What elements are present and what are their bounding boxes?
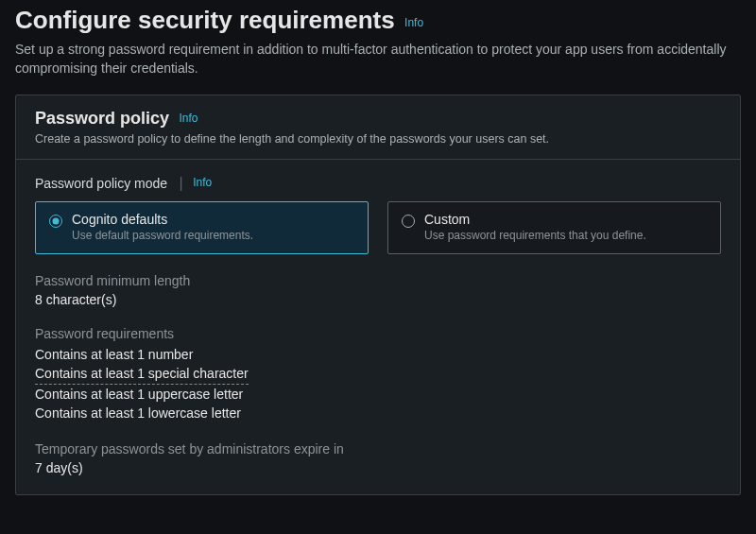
radio-cognito-defaults[interactable]: Cognito defaults Use default password re…: [35, 201, 369, 254]
requirements-label: Password requirements: [35, 326, 721, 341]
min-length-label: Password minimum length: [35, 273, 721, 288]
radio-title: Cognito defaults: [72, 212, 253, 227]
radio-desc: Use default password requirements.: [72, 229, 253, 242]
page-info-link[interactable]: Info: [404, 16, 423, 29]
radio-title: Custom: [424, 212, 646, 227]
page-title: Configure security requirements: [15, 6, 395, 34]
requirement-item: Contains at least 1 lowercase letter: [35, 404, 721, 422]
temp-password-value: 7 day(s): [35, 460, 721, 475]
password-policy-panel: Password policy Info Create a password p…: [15, 95, 741, 495]
radio-custom[interactable]: Custom Use password requirements that yo…: [387, 201, 721, 254]
temp-password-label: Temporary passwords set by administrator…: [35, 441, 721, 456]
requirement-item: Contains at least 1 uppercase letter: [35, 385, 721, 404]
radio-desc: Use password requirements that you defin…: [424, 229, 646, 242]
label-divider: |: [180, 175, 183, 191]
policy-mode-info-link[interactable]: Info: [193, 176, 212, 189]
panel-info-link[interactable]: Info: [180, 112, 198, 125]
radio-icon: [49, 215, 62, 228]
panel-title: Password policy: [35, 109, 169, 128]
radio-icon: [402, 215, 415, 228]
panel-description: Create a password policy to define the l…: [35, 132, 721, 146]
policy-mode-label: Password policy mode: [35, 176, 167, 191]
requirement-item: Contains at least 1 number: [35, 345, 721, 364]
min-length-value: 8 character(s): [35, 292, 721, 307]
requirement-item: Contains at least 1 special character: [35, 364, 249, 384]
page-description: Set up a strong password requirement in …: [15, 41, 733, 78]
